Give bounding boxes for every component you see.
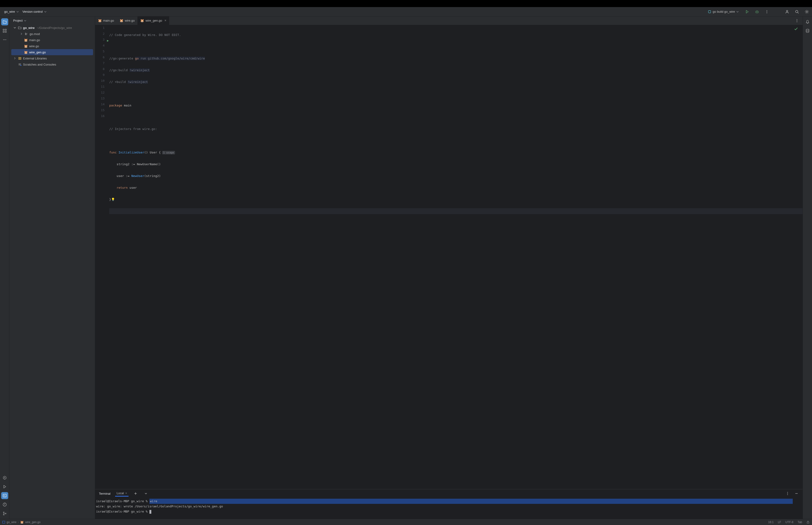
svg-rect-0	[708, 11, 711, 13]
usage-hint[interactable]: 1 usage	[162, 151, 175, 154]
go-file-icon: 🐹	[98, 19, 102, 22]
go-file-icon: 🐹	[20, 521, 24, 524]
svg-point-24	[797, 19, 797, 20]
go-file-icon: 🐹	[24, 38, 28, 42]
tree-scratches[interactable]: Scratches and Consoles	[11, 61, 93, 68]
run-button[interactable]	[744, 9, 750, 15]
tree-file-wire[interactable]: 🐹 wire.go	[11, 43, 93, 49]
line-separator[interactable]: LF	[778, 521, 781, 524]
tree-root[interactable]: go_wire ~/GolandProjects/go_wire	[11, 25, 93, 31]
chevron-right-icon	[13, 57, 16, 59]
tab-label: main.go	[103, 19, 114, 22]
vcs-label: Version control	[22, 10, 43, 13]
editor-tabs: 🐹 main.go 🐹 wire.go 🐹 wire_gen.go ×	[95, 16, 802, 25]
session-dropdown-button[interactable]	[143, 490, 149, 497]
run-line-icon[interactable]: ▶	[107, 39, 109, 42]
project-selector[interactable]: go_wire	[4, 10, 19, 13]
terminal-options-button[interactable]	[784, 490, 791, 497]
more-actions-button[interactable]	[764, 9, 770, 15]
terminal-body[interactable]: israel@Israels-MBP go_wire % wire wire: …	[95, 498, 802, 519]
close-tab-icon[interactable]: ×	[165, 18, 166, 22]
more-tools-button[interactable]	[1, 36, 8, 43]
project-panel-header[interactable]: Project	[10, 16, 95, 25]
debug-button[interactable]	[754, 9, 760, 15]
vcs-menu[interactable]: Version control	[22, 10, 47, 13]
tree-label: External Libraries	[23, 57, 47, 60]
breadcrumb-file[interactable]: wire_gen.go	[25, 521, 41, 524]
terminal-session-tab[interactable]: Local ×	[115, 491, 128, 497]
terminal-session-label: Local	[117, 491, 124, 495]
svg-point-30	[806, 29, 809, 30]
tree-file-wiregen[interactable]: 🐹 wire_gen.go	[11, 49, 93, 55]
chevron-down-icon	[44, 11, 47, 13]
svg-point-23	[20, 65, 21, 66]
file-encoding[interactable]: UTF-8	[785, 521, 794, 524]
chevron-down-icon	[24, 19, 26, 22]
project-tool-button[interactable]	[1, 18, 8, 25]
project-panel: Project go_wire ~/GolandProjects/go_wire…	[10, 16, 95, 519]
chevron-down-icon	[16, 11, 19, 13]
svg-rect-21	[19, 57, 20, 59]
services-tool-button[interactable]	[1, 474, 8, 481]
svg-point-19	[5, 513, 6, 514]
tree-external-libs[interactable]: External Libraries	[11, 55, 93, 61]
cursor-position[interactable]: 16:1	[768, 521, 773, 524]
structure-tool-button[interactable]	[1, 27, 8, 34]
tree-file-gomod[interactable]: go.mod	[11, 31, 93, 37]
go-file-icon: 🐹	[140, 19, 144, 22]
module-icon	[2, 521, 5, 524]
breadcrumb-project[interactable]: go_wire	[6, 521, 16, 524]
tab-main-go[interactable]: 🐹 main.go	[95, 16, 117, 25]
problems-tool-button[interactable]	[1, 501, 8, 508]
svg-point-13	[4, 40, 5, 40]
chevron-down-icon	[13, 27, 16, 29]
run-tool-button[interactable]	[1, 483, 8, 490]
tab-wire-go[interactable]: 🐹 wire.go	[117, 16, 137, 25]
folder-icon	[18, 26, 21, 30]
svg-rect-22	[20, 57, 21, 59]
scratches-icon	[18, 62, 21, 66]
new-session-button[interactable]	[132, 490, 139, 497]
svg-point-27	[787, 492, 788, 493]
close-session-icon[interactable]: ×	[125, 491, 127, 495]
settings-button[interactable]	[803, 9, 810, 15]
svg-rect-10	[3, 31, 4, 32]
run-config-icon	[708, 10, 711, 13]
database-tool-button[interactable]	[804, 27, 811, 34]
git-tool-button[interactable]	[1, 510, 8, 517]
svg-rect-9	[5, 29, 6, 30]
terminal-tool-button[interactable]	[1, 492, 8, 499]
tree-file-label: wire.go	[29, 44, 39, 48]
readonly-toggle-icon[interactable]	[806, 521, 810, 524]
main-toolbar: go_wire Version control go build go_wire	[0, 7, 812, 16]
status-bar: go_wire › 🐹 wire_gen.go 16:1 LF UTF-8 Ta…	[0, 519, 812, 525]
code-with-me-button[interactable]	[784, 9, 791, 15]
terminal-panel: Terminal Local ×	[95, 489, 802, 519]
tab-wire-gen-go[interactable]: 🐹 wire_gen.go ×	[137, 16, 169, 25]
search-everywhere-button[interactable]	[794, 9, 800, 15]
terminal-tab[interactable]: Terminal	[98, 490, 111, 497]
svg-rect-8	[3, 29, 4, 30]
tree-file-main[interactable]: 🐹 main.go	[11, 37, 93, 43]
tabs-more-button[interactable]	[794, 17, 800, 24]
svg-point-1	[756, 11, 758, 13]
svg-point-7	[806, 11, 808, 13]
svg-point-5	[786, 10, 788, 12]
go-file-icon: 🐹	[24, 44, 28, 48]
svg-point-17	[3, 512, 4, 513]
chevron-right-icon: ›	[18, 521, 19, 524]
svg-rect-11	[5, 31, 6, 32]
notifications-button[interactable]	[804, 18, 811, 25]
navigation-bar[interactable]: go_wire › 🐹 wire_gen.go	[2, 521, 41, 524]
svg-point-2	[767, 10, 767, 11]
code-content: // Code generated by Wire. DO NOT EDIT. …	[109, 25, 802, 489]
indent-setting[interactable]: Tab	[798, 521, 802, 524]
hide-terminal-button[interactable]	[793, 490, 800, 497]
tree-file-label: wire_gen.go	[29, 50, 46, 54]
code-editor[interactable]: 1 2 3▶ 4 5 6 7 8 9 10 11 12 13 14	[95, 25, 802, 489]
inspection-ok-icon[interactable]	[794, 27, 798, 31]
svg-point-25	[797, 20, 797, 21]
intention-bulb-icon[interactable]: 💡	[111, 198, 115, 201]
run-configuration[interactable]: go build go_wire	[706, 9, 740, 14]
svg-point-6	[796, 10, 798, 13]
